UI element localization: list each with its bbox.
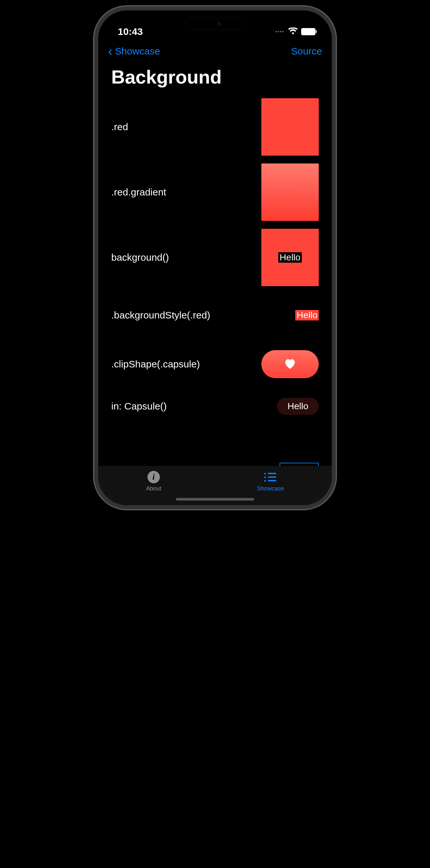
battery-icon xyxy=(301,28,315,35)
row-label: background() xyxy=(111,252,169,263)
row-label: in: Capsule() xyxy=(111,401,167,412)
status-icons xyxy=(275,27,315,36)
list-row-backgroundstyle[interactable]: .backgroundStyle(.red) Hello xyxy=(111,290,319,340)
status-bar: 10:43 xyxy=(98,10,332,40)
hello-red-label: Hello xyxy=(295,310,319,320)
preview-background-box: Hello xyxy=(261,229,319,286)
status-time: 10:43 xyxy=(118,26,143,37)
source-button[interactable]: Source xyxy=(291,46,322,57)
row-label: .backgroundStyle(.red) xyxy=(111,310,210,321)
row-label: .red xyxy=(111,121,128,132)
list-icon xyxy=(264,470,277,484)
selection-indicator-box xyxy=(280,463,319,466)
phone-frame: 10:43 ‹ Showcase Source Background xyxy=(94,6,336,509)
tab-about[interactable]: i About xyxy=(146,470,161,492)
info-icon: i xyxy=(147,470,160,484)
camera-cutout xyxy=(217,22,221,26)
hello-capsule-dark: Hello xyxy=(277,398,319,415)
preview-gradient-box xyxy=(261,163,319,221)
content-list[interactable]: .red .red.gradient background() Hello .b… xyxy=(98,94,332,466)
tab-showcase[interactable]: Showcase xyxy=(257,470,284,492)
preview-red-box xyxy=(261,98,319,156)
preview-capsule xyxy=(261,350,319,378)
hello-label: Hello xyxy=(278,252,302,263)
back-button[interactable]: ‹ Showcase xyxy=(108,44,160,59)
tab-label: About xyxy=(146,485,161,492)
back-label: Showcase xyxy=(115,46,160,57)
heart-icon xyxy=(284,358,296,370)
row-label: .red.gradient xyxy=(111,187,166,198)
page-title: Background xyxy=(98,63,332,94)
home-indicator[interactable] xyxy=(176,498,254,501)
cellular-dots-icon xyxy=(275,31,283,32)
list-row-red[interactable]: .red xyxy=(111,94,319,160)
list-row-incapsule[interactable]: in: Capsule() Hello xyxy=(111,388,319,425)
wifi-icon xyxy=(288,27,298,36)
list-row-clipshape[interactable]: .clipShape(.capsule) xyxy=(111,340,319,388)
tab-label: Showcase xyxy=(257,485,284,492)
list-row-gradient[interactable]: .red.gradient xyxy=(111,160,319,225)
row-label: .clipShape(.capsule) xyxy=(111,359,200,370)
nav-bar: ‹ Showcase Source xyxy=(98,40,332,63)
list-row-background[interactable]: background() Hello xyxy=(111,225,319,290)
chevron-left-icon: ‹ xyxy=(108,44,112,59)
screen: 10:43 ‹ Showcase Source Background xyxy=(98,10,332,505)
